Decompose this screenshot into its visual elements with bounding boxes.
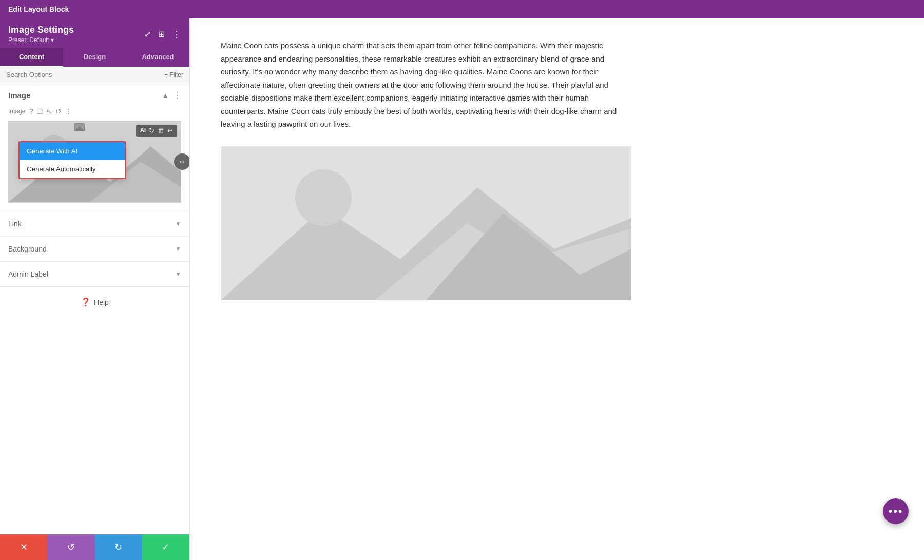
tab-advanced[interactable]: Advanced xyxy=(126,48,189,67)
help-section: ❓ Help xyxy=(0,287,189,317)
section-chevron-up[interactable]: ▲ xyxy=(162,91,169,100)
more-icon[interactable]: ⋮ xyxy=(172,29,181,40)
article-text: Maine Coon cats possess a unique charm t… xyxy=(221,39,631,131)
top-bar: Edit Layout Block xyxy=(0,0,924,18)
undo-tool-btn[interactable]: ↩ xyxy=(167,127,173,134)
reset-tool-icon[interactable]: ↺ xyxy=(55,107,62,115)
search-bar: + Filter xyxy=(0,67,189,83)
image-section-body: Image ? ☐ ↖ ↺ ⋮ xyxy=(0,107,189,211)
cancel-button[interactable]: ✕ xyxy=(0,534,47,560)
tab-content[interactable]: Content xyxy=(0,48,63,67)
image-section: Image ▲ ⋮ Image ? ☐ ↖ ↺ xyxy=(0,83,189,211)
link-chevron: ▼ xyxy=(175,220,181,227)
image-dropdown-menu: Generate With AI Generate Automatically xyxy=(18,141,126,179)
link-label: Link xyxy=(8,220,22,228)
admin-label-section[interactable]: Admin Label ▼ xyxy=(0,262,189,287)
admin-label-text: Admin Label xyxy=(8,270,48,278)
dropdown-item-generate-ai[interactable]: Generate With AI xyxy=(20,142,125,160)
background-section[interactable]: Background ▼ xyxy=(0,237,189,262)
panel-title-text: Image Settings xyxy=(8,25,74,35)
cursor-tool-icon[interactable]: ↖ xyxy=(46,107,52,115)
expand-icon[interactable]: ⤢ xyxy=(144,29,151,39)
panel-preset[interactable]: Preset: Default ▾ xyxy=(8,36,74,44)
right-content: Maine Coon cats possess a unique charm t… xyxy=(190,18,924,560)
main-layout: Image Settings Preset: Default ▾ ⤢ ⊞ ⋮ C… xyxy=(0,18,924,560)
filter-button[interactable]: + Filter xyxy=(164,71,183,79)
image-section-icons: ▲ ⋮ xyxy=(162,90,181,100)
background-label: Background xyxy=(8,245,47,253)
image-section-title: Image xyxy=(8,91,30,100)
top-bar-title: Edit Layout Block xyxy=(8,5,69,13)
save-button[interactable]: ✓ xyxy=(142,534,189,560)
bottom-bar: ✕ ↺ ↻ ✓ xyxy=(0,534,189,560)
left-panel: Image Settings Preset: Default ▾ ⤢ ⊞ ⋮ C… xyxy=(0,18,190,560)
background-chevron: ▼ xyxy=(175,245,181,253)
image-label-row: Image ? ☐ ↖ ↺ ⋮ xyxy=(8,107,181,115)
delete-tool-btn[interactable]: 🗑 xyxy=(158,127,164,134)
tabs: Content Design Advanced xyxy=(0,48,189,67)
large-placeholder-svg xyxy=(221,146,631,300)
image-tools: ? ☐ ↖ ↺ ⋮ xyxy=(29,107,72,115)
help-text[interactable]: Help xyxy=(94,298,109,306)
image-placeholder[interactable]: AI ↻ 🗑 ↩ Generate With AI Generate Autom… xyxy=(8,121,181,203)
link-section[interactable]: Link ▼ xyxy=(0,211,189,237)
search-input[interactable] xyxy=(6,71,160,79)
panel-header-row: Image Settings Preset: Default ▾ ⤢ ⊞ ⋮ xyxy=(8,25,181,44)
mobile-tool-icon[interactable]: ☐ xyxy=(36,107,43,115)
redo-button[interactable]: ↻ xyxy=(95,534,142,560)
panel-header: Image Settings Preset: Default ▾ ⤢ ⊞ ⋮ xyxy=(0,18,189,48)
columns-icon[interactable]: ⊞ xyxy=(158,29,165,39)
panel-title: Image Settings Preset: Default ▾ xyxy=(8,25,74,44)
image-preview-container: AI ↻ 🗑 ↩ Generate With AI Generate Autom… xyxy=(8,121,181,203)
tab-design[interactable]: Design xyxy=(63,48,126,67)
refresh-tool-btn[interactable]: ↻ xyxy=(149,127,155,134)
dropdown-item-generate-auto[interactable]: Generate Automatically xyxy=(20,160,125,178)
svg-point-9 xyxy=(295,169,352,226)
section-more[interactable]: ⋮ xyxy=(173,90,181,100)
image-label: Image xyxy=(8,108,25,115)
image-section-header[interactable]: Image ▲ ⋮ xyxy=(0,83,189,107)
help-icon[interactable]: ❓ xyxy=(81,297,91,307)
admin-label-chevron: ▼ xyxy=(175,271,181,278)
fab-button[interactable]: ••• xyxy=(883,498,909,524)
more-tool-icon[interactable]: ⋮ xyxy=(65,107,72,115)
help-tool-icon[interactable]: ? xyxy=(29,107,33,115)
undo-button[interactable]: ↺ xyxy=(47,534,94,560)
ai-tool-btn[interactable]: AI xyxy=(140,127,146,134)
panel-content: Image ▲ ⋮ Image ? ☐ ↖ ↺ xyxy=(0,83,189,534)
large-image-placeholder xyxy=(221,146,631,300)
resize-handle[interactable]: ↔ xyxy=(174,153,189,170)
